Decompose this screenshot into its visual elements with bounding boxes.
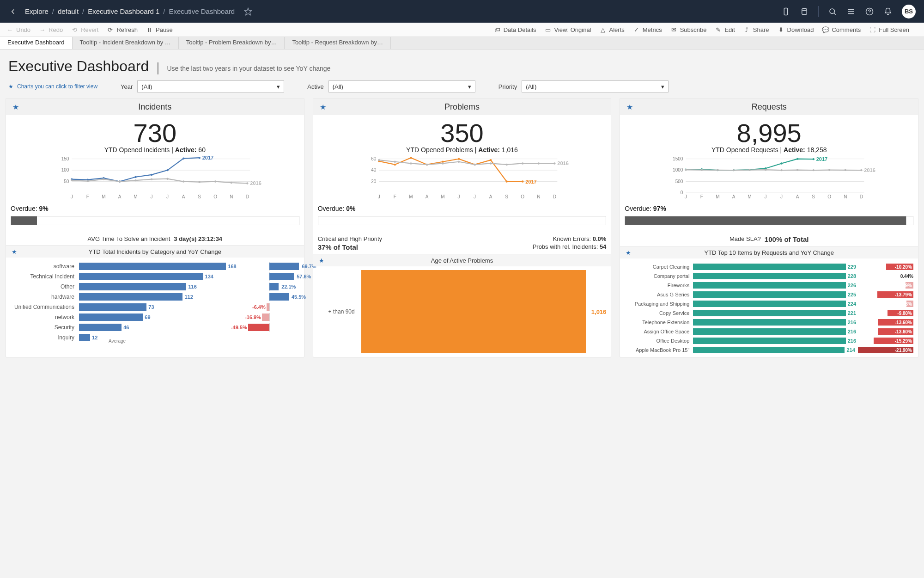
active-select[interactable]: (All)▾ [328,80,475,92]
table-row[interactable]: software 168 69.7% [11,261,299,271]
svg-point-67 [522,180,523,182]
table-row[interactable]: Company portal 228 0.44% [625,271,913,281]
problems-age-head: ★ Age of Active Problems [313,254,611,266]
table-row[interactable]: Other 116 22.1% [11,282,299,292]
comments-button[interactable]: 💬Comments [822,26,861,33]
incidents-overdue: Overdue: 9% [6,199,304,214]
tab-tooltip-problem[interactable]: Tooltip - Problem Breakdown by… [179,37,285,49]
svg-point-74 [458,161,460,163]
cards-row: ★ Incidents 730 YTD Opened Incidents | A… [0,98,924,365]
table-row[interactable]: inquiry 12 [11,332,299,343]
svg-point-32 [151,178,152,180]
data-details-button[interactable]: 🏷Data Details [494,26,536,33]
table-row[interactable]: Office Desktop 216 -15.29% [625,336,913,345]
table-row[interactable]: Packaging and Shipping 224 -2.18% [625,299,913,308]
crumb-explore[interactable]: Explore [25,7,49,15]
incidents-trend-chart[interactable]: 5010015020172016JFMAMJJASOND [6,154,304,199]
tablet-icon[interactable] [781,7,790,16]
svg-point-116 [749,169,751,171]
svg-text:J: J [780,194,783,199]
requests-overdue-bar [625,216,913,225]
svg-text:50: 50 [64,179,69,184]
download-button[interactable]: ⬇Download [778,26,814,33]
card-head-problems: ★ Problems [313,98,611,115]
incidents-categories[interactable]: software 168 69.7%Technical Incident 134… [6,258,304,344]
metrics-button[interactable]: ✓Metrics [633,26,662,33]
svg-text:J: J [685,194,687,199]
bell-icon[interactable] [883,7,893,16]
refresh-button[interactable]: ⟳Refresh [107,26,138,33]
svg-text:M: M [409,194,413,199]
card-head-incidents: ★ Incidents [6,98,304,115]
svg-point-122 [845,169,846,171]
view-button[interactable]: ▭View: Original [545,26,591,33]
subscribe-button[interactable]: ✉Subscribe [670,26,707,33]
table-row[interactable]: Copy Service 221 -9.80% [625,308,913,318]
dashboard-header: Executive Dashboard | Use the last two y… [0,49,924,78]
tab-tooltip-incident[interactable]: Tooltip - Incident Breakdown by … [73,37,179,49]
svg-text:M: M [441,194,444,199]
svg-text:2017: 2017 [202,155,213,160]
svg-text:S: S [505,194,508,199]
svg-point-75 [474,164,475,166]
pause-button[interactable]: ⏸Pause [146,26,173,33]
svg-point-108 [781,162,783,164]
crumb-default[interactable]: default [58,7,79,15]
search-icon[interactable] [828,7,837,16]
requests-items[interactable]: Carpet Cleaning 229 -10.20%Company porta… [620,258,918,357]
top-icons: BS [781,5,916,18]
edit-button[interactable]: ✎Edit [715,26,735,33]
svg-text:A: A [796,194,799,199]
svg-point-118 [781,169,783,171]
share-button[interactable]: ⤴Share [743,26,769,33]
table-row[interactable]: Fireworks 226 -2.59% [625,281,913,290]
problems-age-chart[interactable]: + than 90d 1,016 [313,266,611,357]
tab-executive-dashboard[interactable]: Executive Dashboard [0,37,73,49]
table-row[interactable]: Security 46 -49.5% [11,322,299,332]
alerts-button[interactable]: △Alerts [600,26,625,33]
table-row[interactable]: Telephone Extension 216 -13.60% [625,318,913,327]
svg-point-76 [490,162,492,164]
requests-trend-chart[interactable]: 05001000150020172016JFMAMJJASOND [620,154,918,199]
priority-select[interactable]: (All)▾ [522,80,669,92]
table-row[interactable]: Technical Incident 134 57.6% [11,271,299,282]
table-row[interactable]: Carpet Cleaning 229 -10.20% [625,262,913,271]
table-row[interactable]: hardware 112 45.5% [11,292,299,302]
svg-text:A: A [489,194,492,199]
redo-button[interactable]: →Redo [39,26,63,33]
fullscreen-button[interactable]: ⛶Full Screen [869,26,909,33]
svg-point-28 [87,180,89,182]
table-row[interactable]: Unified Communications 73 -6.4% [11,302,299,312]
list-icon[interactable] [846,7,856,16]
svg-point-77 [505,164,507,166]
svg-text:M: M [102,194,105,199]
chevron-down-icon: ▾ [661,83,664,90]
crumb-view[interactable]: Executive Dashboard [169,7,235,15]
table-row[interactable]: Asus G Series 225 -13.79% [625,290,913,299]
tab-tooltip-request[interactable]: Tooltip - Request Breakdown by… [285,37,391,49]
back-button[interactable] [8,7,18,16]
undo-button[interactable]: ←Undo [6,26,30,33]
svg-point-80 [553,162,555,164]
svg-text:500: 500 [675,179,683,184]
data-source-icon[interactable] [800,7,809,16]
svg-text:J: J [457,194,460,199]
svg-text:2017: 2017 [816,156,827,162]
svg-text:D: D [553,194,556,199]
svg-text:A: A [732,194,736,199]
svg-text:F: F [86,194,89,199]
table-row[interactable]: Assign Office Space 216 -13.60% [625,327,913,336]
favorite-star-icon[interactable] [244,7,252,16]
table-row[interactable]: network 69 -16.9% [11,312,299,322]
help-icon[interactable] [865,7,874,16]
svg-point-29 [103,178,104,180]
table-row[interactable]: Apple MacBook Pro 15" 214 -21.90% [625,345,913,355]
revert-button[interactable]: ⟲Revert [71,26,98,33]
star-icon: ★ [8,83,13,90]
card-requests: ★ Requests 8,995 YTD Opened Requests | A… [620,98,918,357]
problems-trend-chart[interactable]: 20406020172016JFMAMJJASOND [313,154,611,199]
year-select[interactable]: (All)▾ [137,80,284,92]
avatar[interactable]: BS [902,5,916,18]
svg-text:1500: 1500 [673,156,683,161]
crumb-workbook[interactable]: Executive Dashboard 1 [88,7,159,15]
